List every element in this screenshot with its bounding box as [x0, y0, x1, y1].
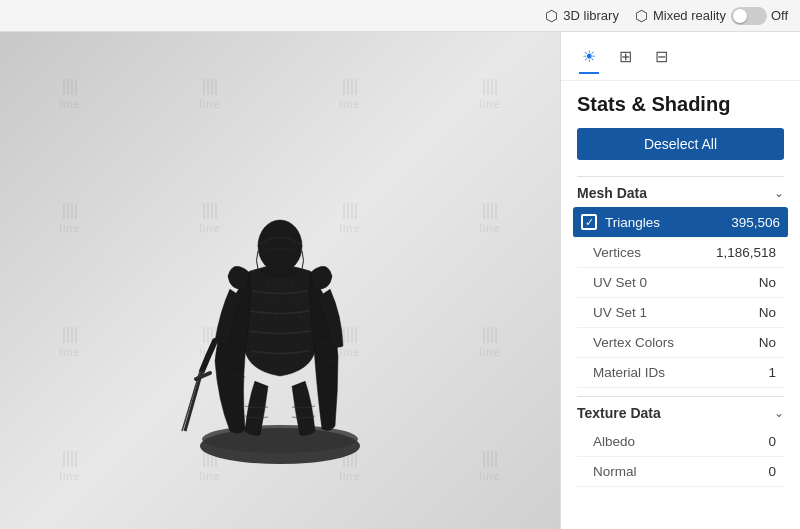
uv-set-0-label: UV Set 0	[593, 275, 647, 290]
grid-small-button[interactable]: ⊞	[609, 40, 641, 72]
uv-set-1-row: UV Set 1 No	[577, 298, 784, 328]
mesh-data-header[interactable]: Mesh Data ⌄	[577, 176, 784, 207]
svg-point-15	[287, 318, 289, 320]
texture-data-header[interactable]: Texture Data ⌄	[577, 396, 784, 427]
triangles-row-left: ✓ Triangles	[581, 214, 660, 230]
normal-row: Normal 0	[577, 457, 784, 487]
svg-point-1	[202, 425, 358, 453]
svg-point-16	[299, 316, 301, 318]
mesh-data-section: Mesh Data ⌄ ✓ Triangles 395,506 Vertices…	[577, 176, 784, 388]
vertices-value: 1,186,518	[716, 245, 776, 260]
sun-icon: ☀	[582, 47, 596, 66]
panel-title: Stats & Shading	[577, 93, 784, 116]
mixed-reality-label: Mixed reality	[653, 8, 726, 23]
3d-viewport[interactable]: line line line line line line line line …	[0, 32, 560, 529]
albedo-row: Albedo 0	[577, 427, 784, 457]
svg-line-2	[185, 371, 202, 431]
3d-library-button[interactable]: ⬡ 3D library	[545, 7, 619, 25]
vertex-colors-value: No	[759, 335, 776, 350]
3d-library-icon: ⬡	[545, 7, 558, 25]
panel-toolbar: ☀ ⊞ ⊟	[561, 32, 800, 81]
uv-set-1-label: UV Set 1	[593, 305, 647, 320]
svg-point-14	[275, 317, 277, 319]
vertex-colors-label: Vertex Colors	[593, 335, 674, 350]
svg-point-9	[265, 298, 267, 300]
mesh-data-chevron: ⌄	[774, 186, 784, 200]
svg-line-4	[196, 373, 210, 379]
vertex-colors-row: Vertex Colors No	[577, 328, 784, 358]
deselect-all-button[interactable]: Deselect All	[577, 128, 784, 160]
material-ids-label: Material IDs	[593, 365, 665, 380]
texture-data-chevron: ⌄	[774, 406, 784, 420]
3d-figure	[160, 91, 400, 471]
svg-point-6	[267, 285, 269, 287]
uv-set-0-value: No	[759, 275, 776, 290]
svg-point-10	[277, 297, 279, 299]
svg-point-12	[301, 296, 303, 298]
texture-data-section: Texture Data ⌄ Albedo 0 Normal 0	[577, 396, 784, 487]
grid-large-icon: ⊟	[655, 47, 668, 66]
normal-label: Normal	[593, 464, 637, 479]
toggle-track	[731, 7, 767, 25]
svg-point-5	[258, 220, 302, 272]
main-area: line line line line line line line line …	[0, 32, 800, 529]
material-ids-value: 1	[768, 365, 776, 380]
normal-value: 0	[768, 464, 776, 479]
topbar: ⬡ 3D library ⬡ Mixed reality Off	[0, 0, 800, 32]
panel-content: Stats & Shading Deselect All Mesh Data ⌄…	[561, 81, 800, 529]
svg-point-11	[289, 298, 291, 300]
svg-point-7	[279, 283, 281, 285]
mixed-reality-icon: ⬡	[635, 7, 648, 25]
uv-set-1-value: No	[759, 305, 776, 320]
mesh-data-title: Mesh Data	[577, 185, 647, 201]
albedo-label: Albedo	[593, 434, 635, 449]
texture-data-title: Texture Data	[577, 405, 661, 421]
toggle-thumb	[733, 9, 747, 23]
triangles-row[interactable]: ✓ Triangles 395,506	[573, 207, 788, 238]
vertices-row: Vertices 1,186,518	[577, 238, 784, 268]
stats-panel: ☀ ⊞ ⊟ Stats & Shading Deselect All Mesh …	[560, 32, 800, 529]
svg-point-13	[263, 318, 265, 320]
toggle-label: Off	[771, 8, 788, 23]
3d-library-label: 3D library	[563, 8, 619, 23]
vertices-label: Vertices	[593, 245, 641, 260]
mixed-reality-button[interactable]: ⬡ Mixed reality Off	[635, 7, 788, 25]
material-ids-row: Material IDs 1	[577, 358, 784, 388]
triangles-value: 395,506	[731, 215, 780, 230]
mixed-reality-toggle[interactable]: Off	[731, 7, 788, 25]
svg-point-8	[291, 285, 293, 287]
grid-large-button[interactable]: ⊟	[645, 40, 677, 72]
albedo-value: 0	[768, 434, 776, 449]
shading-sun-button[interactable]: ☀	[573, 40, 605, 72]
grid-small-icon: ⊞	[619, 47, 632, 66]
triangles-label: Triangles	[605, 215, 660, 230]
uv-set-0-row: UV Set 0 No	[577, 268, 784, 298]
triangles-checkbox[interactable]: ✓	[581, 214, 597, 230]
